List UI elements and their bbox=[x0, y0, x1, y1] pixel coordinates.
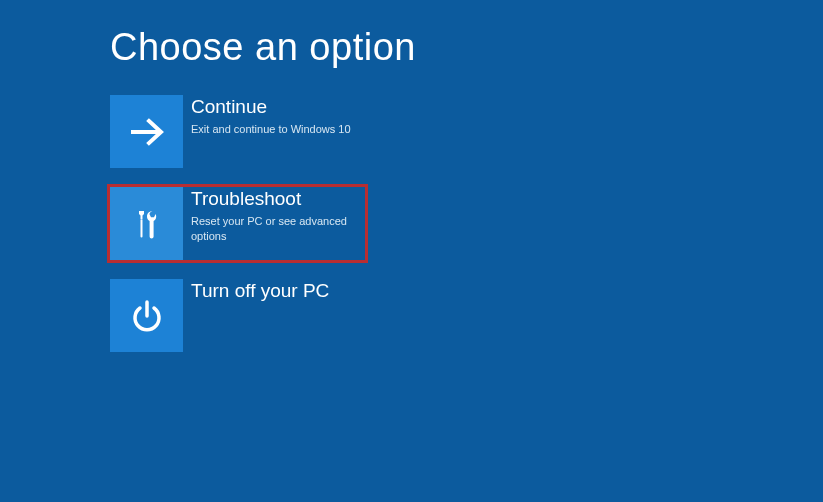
continue-text: Continue Exit and continue to Windows 10 bbox=[183, 95, 351, 137]
arrow-right-icon bbox=[125, 110, 169, 154]
options-list: Continue Exit and continue to Windows 10 bbox=[110, 95, 368, 371]
troubleshoot-option[interactable]: Troubleshoot Reset your PC or see advanc… bbox=[107, 184, 368, 263]
continue-title: Continue bbox=[191, 95, 351, 120]
power-icon bbox=[125, 294, 169, 338]
continue-desc: Exit and continue to Windows 10 bbox=[191, 122, 351, 137]
tools-icon bbox=[125, 202, 169, 246]
page-title: Choose an option bbox=[110, 26, 416, 69]
svg-rect-4 bbox=[140, 219, 142, 237]
svg-rect-3 bbox=[125, 202, 169, 246]
turnoff-option[interactable]: Turn off your PC bbox=[110, 279, 368, 352]
turnoff-tile bbox=[110, 279, 183, 352]
troubleshoot-text: Troubleshoot Reset your PC or see advanc… bbox=[183, 187, 365, 243]
continue-tile bbox=[110, 95, 183, 168]
turnoff-text: Turn off your PC bbox=[183, 279, 329, 304]
continue-option[interactable]: Continue Exit and continue to Windows 10 bbox=[110, 95, 368, 168]
turnoff-title: Turn off your PC bbox=[191, 279, 329, 304]
troubleshoot-title: Troubleshoot bbox=[191, 187, 365, 212]
troubleshoot-desc: Reset your PC or see advanced options bbox=[191, 214, 365, 244]
troubleshoot-tile bbox=[110, 187, 183, 260]
